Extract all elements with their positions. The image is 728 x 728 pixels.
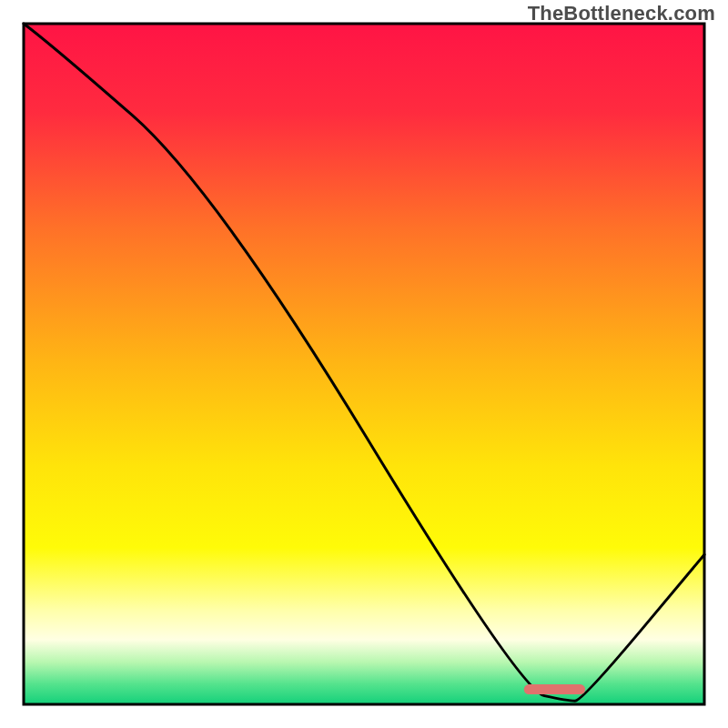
plot-background — [24, 24, 704, 704]
sweet-spot-marker — [524, 684, 585, 694]
watermark-text: TheBottleneck.com — [528, 2, 715, 25]
chart-container: TheBottleneck.com — [0, 0, 728, 728]
bottleneck-chart — [0, 0, 728, 728]
